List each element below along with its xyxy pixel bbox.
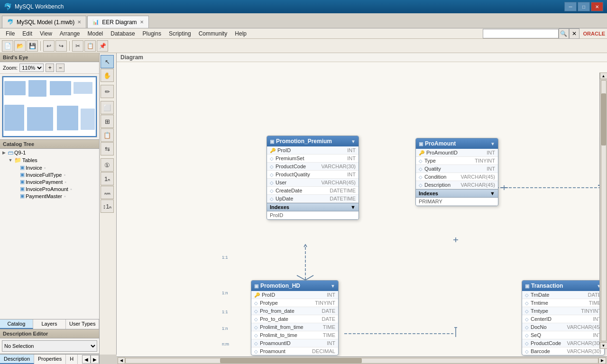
tree-item-paymentmaster[interactable]: ▣ PaymentMaster • — [0, 192, 99, 200]
open-button[interactable]: 📂 — [14, 40, 26, 52]
save-button[interactable]: 💾 — [27, 40, 38, 52]
menu-help[interactable]: Help — [231, 29, 250, 38]
table-promotion-premium[interactable]: ▣ Promotion_Premium ▼ 🔑 ProID INT ◇ Prem… — [267, 136, 359, 220]
left-panel-tabs: Catalog Layers User Types — [0, 319, 99, 329]
phd-ftype-4: TIME — [323, 324, 335, 330]
tr-fname-1: Trntime — [531, 300, 587, 306]
hand-tool[interactable]: ✋ — [101, 69, 114, 82]
bl-tab-h[interactable]: H — [66, 355, 78, 364]
phd-key-0: 🔑 — [254, 292, 260, 298]
scroll-track-h[interactable] — [125, 358, 598, 364]
proamount-menu[interactable]: ▼ — [490, 141, 495, 146]
scroll-down-button[interactable]: ▼ — [600, 342, 607, 349]
tab-model[interactable]: 🐬 MySQL Model (1.mwb) ✕ — [2, 16, 86, 28]
phd-ftype-7: DECIMAL — [312, 348, 335, 354]
scroll-track-v[interactable] — [601, 80, 607, 341]
pp-field-0: 🔑 ProID INT — [267, 146, 359, 155]
be-table-4 — [74, 82, 92, 94]
menu-community[interactable]: Community — [195, 29, 231, 38]
undo-button[interactable]: ↩ — [43, 40, 55, 52]
table-transaction[interactable]: ▣ Transaction ▼ ◇ TrnDate DATE ◇ Trntime… — [522, 280, 605, 355]
tab-eer[interactable]: 📊 EER Diagram ✕ — [87, 16, 148, 28]
bl-nav: ◀ ▶ — [82, 355, 99, 364]
pencil-tool[interactable]: ✏ — [101, 85, 114, 98]
paste-button[interactable]: 📌 — [97, 40, 108, 52]
diagram-area: Diagram 1:1 — [117, 53, 607, 364]
copy-button[interactable]: 📋 — [84, 40, 96, 52]
zoom-tool-1[interactable]: ① — [101, 158, 114, 172]
table-tool[interactable]: ⊞ — [101, 115, 114, 128]
zoom-tool-nn[interactable]: ₙₘ — [101, 186, 114, 199]
new-button[interactable]: 📄 — [2, 40, 13, 52]
search-button[interactable]: 🔍 — [559, 28, 569, 39]
selection-dropdown[interactable]: No Selection — [2, 340, 97, 352]
pa-indexes-section: Indexes ▼ — [416, 189, 498, 198]
diagram-header: Diagram — [117, 53, 607, 62]
menu-scripting[interactable]: Scripting — [165, 29, 195, 38]
tree-item-invoicefulltype[interactable]: ▣ InvoiceFullType • — [0, 171, 99, 178]
diagram-canvas[interactable]: 1:1 1:n 1:1 1:n n — [117, 62, 607, 356]
erase-tool[interactable]: ⬜ — [101, 101, 114, 114]
menu-arrange[interactable]: Arrange — [56, 29, 84, 38]
view-tool[interactable]: 📋 — [101, 128, 114, 142]
menu-database[interactable]: Database — [107, 29, 138, 38]
bl-tab-description[interactable]: Description — [0, 355, 34, 364]
cut-button[interactable]: ✂ — [72, 40, 83, 52]
zoom-tool-x[interactable]: ↕1ₙ — [101, 200, 114, 213]
pp-ftype-2: VARCHAR(30) — [321, 164, 356, 169]
tr-icon-0: ◇ — [525, 292, 529, 298]
model-tab-close[interactable]: ✕ — [77, 19, 81, 25]
phd-fname-3: Pro_to_date — [260, 316, 320, 322]
tree-item-invoiceproamount[interactable]: ▣ InvoiceProAmount • — [0, 185, 99, 192]
eer-tab-close[interactable]: ✕ — [140, 19, 144, 25]
fork-marker-2 — [454, 328, 457, 337]
phd-field-5: ◇ Prolimit_to_time TIME — [251, 331, 338, 339]
promotion-premium-menu[interactable]: ▼ — [351, 139, 356, 144]
table-proamount[interactable]: ▣ ProAmount ▼ 🔑 ProAmountID INT ◇ Type T… — [415, 138, 498, 206]
zoom-out-button[interactable]: − — [56, 64, 64, 72]
menu-view[interactable]: View — [36, 29, 56, 38]
menu-model[interactable]: Model — [84, 29, 107, 38]
catalog-tree-header: Catalog Tree — [0, 140, 99, 149]
select-tool[interactable]: ↖ — [101, 55, 114, 68]
field-icon-5: ◇ — [270, 188, 274, 193]
tab-catalog[interactable]: Catalog — [0, 319, 33, 329]
rel-tool[interactable]: ⇆ — [101, 142, 114, 155]
scroll-left-button[interactable]: ◀ — [118, 357, 125, 364]
tree-label-paymentmaster: PaymentMaster — [26, 193, 62, 199]
tree-item-invoicepayment[interactable]: ▣ InvoicePayment • — [0, 178, 99, 185]
tab-user-types[interactable]: User Types — [66, 319, 99, 329]
search-input[interactable] — [483, 29, 559, 38]
tree-item-db[interactable]: ▶ 🗃 Q9-1 — [0, 149, 99, 156]
phd-icon-4: ◇ — [254, 325, 258, 330]
bl-tab-properties[interactable]: Properties — [34, 355, 66, 364]
minimize-button[interactable]: ─ — [564, 2, 577, 11]
menu-plugins[interactable]: Plugins — [139, 29, 165, 38]
scroll-thumb-v[interactable] — [601, 93, 606, 146]
redo-button[interactable]: ↪ — [55, 40, 67, 52]
menu-bar: File Edit View Arrange Model Database Pl… — [0, 28, 607, 39]
zoom-select[interactable]: 110% 100% 75% 50% — [19, 64, 44, 72]
vertical-scrollbar[interactable]: ▲ ▼ — [599, 73, 607, 349]
menu-file[interactable]: File — [2, 29, 18, 38]
horizontal-scrollbar[interactable]: ◀ ▶ — [117, 356, 607, 364]
scroll-right-button[interactable]: ▶ — [598, 357, 606, 364]
cardinality-1n-a: 1:n — [222, 291, 228, 295]
pp-fname-4: User — [276, 180, 319, 185]
zoom-in-button[interactable]: + — [46, 64, 54, 72]
close-button[interactable]: ✕ — [591, 2, 603, 11]
promotion-hd-menu[interactable]: ▼ — [331, 283, 335, 289]
pa-icon-4: ◇ — [419, 182, 423, 188]
table-promotion-hd[interactable]: ▣ Promotion_HD ▼ 🔑 ProID INT ◇ Protype T… — [251, 280, 339, 355]
clear-search-button[interactable]: ✕ — [569, 28, 579, 39]
tab-layers[interactable]: Layers — [33, 319, 66, 329]
bl-nav-right[interactable]: ▶ — [91, 355, 99, 364]
menu-edit[interactable]: Edit — [18, 29, 36, 38]
scroll-up-button[interactable]: ▲ — [600, 73, 607, 79]
bl-nav-left[interactable]: ◀ — [82, 355, 91, 364]
tree-item-invoice[interactable]: ▣ Invoice • — [0, 164, 99, 171]
zoom-tool-n[interactable]: 1ₙ — [101, 172, 114, 185]
scroll-thumb-h[interactable] — [220, 358, 362, 363]
maximize-button[interactable]: □ — [578, 2, 590, 11]
tree-item-tables[interactable]: ▼ 📁 Tables — [0, 156, 99, 164]
